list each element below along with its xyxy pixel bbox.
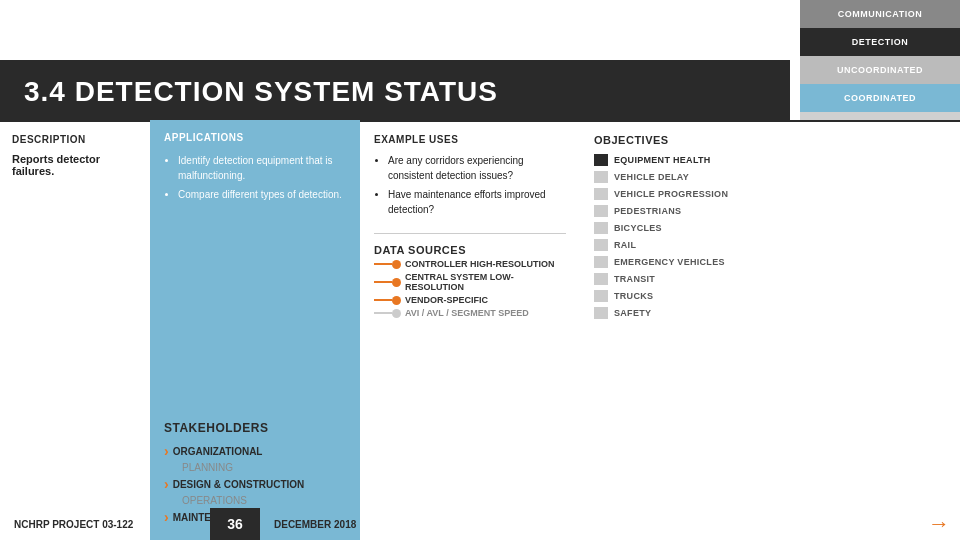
- obj-bar: [594, 290, 608, 302]
- footer-nchrp: NCHRP PROJECT 03-122: [0, 519, 210, 530]
- ds-dot: [392, 278, 401, 287]
- list-item: Are any corridors experiencing consisten…: [388, 153, 566, 183]
- stakeholder-operations: OPERATIONS: [164, 495, 346, 506]
- stakeholder-label: ORGANIZATIONAL: [173, 446, 263, 457]
- obj-trucks: TRUCKS: [594, 290, 946, 302]
- obj-safety: SAFETY: [594, 307, 946, 319]
- stakeholder-label: DESIGN & CONSTRUCTION: [173, 479, 305, 490]
- legend-coordinated: COORDINATED: [800, 84, 960, 112]
- obj-transit: TRANSIT: [594, 273, 946, 285]
- example-header: EXAMPLE USES: [374, 134, 566, 145]
- ds-label: VENDOR-SPECIFIC: [405, 295, 488, 305]
- page-title: 3.4 DETECTION SYSTEM STATUS: [0, 60, 790, 124]
- ds-dot: [392, 260, 401, 269]
- main-content: DESCRIPTION Reports detector failures. A…: [0, 120, 960, 540]
- data-sources-header: DATA SOURCES: [374, 244, 566, 256]
- legend-uncoordinated: UNCOORDINATED: [800, 56, 960, 84]
- footer-date: DECEMBER 2018: [260, 519, 356, 530]
- data-sources-section: DATA SOURCES CONTROLLER HIGH-RESOLUTION …: [374, 233, 566, 318]
- obj-bar: [594, 222, 608, 234]
- objectives-header: OBJECTIVES: [594, 134, 946, 146]
- ds-connector: [374, 296, 401, 305]
- ds-connector: [374, 260, 401, 269]
- obj-bicycles: BICYCLES: [594, 222, 946, 234]
- obj-label: PEDESTRIANS: [614, 206, 681, 216]
- ds-controller: CONTROLLER HIGH-RESOLUTION: [374, 259, 566, 269]
- obj-label: EMERGENCY VEHICLES: [614, 257, 725, 267]
- description-text: Reports detector failures.: [12, 153, 138, 177]
- obj-rail: RAIL: [594, 239, 946, 251]
- obj-label: VEHICLE PROGRESSION: [614, 189, 728, 199]
- description-column: DESCRIPTION Reports detector failures.: [0, 120, 150, 540]
- ds-line: [374, 299, 392, 301]
- ds-line: [374, 312, 392, 314]
- footer: NCHRP PROJECT 03-122 36 DECEMBER 2018 →: [0, 508, 960, 540]
- ds-connector: [374, 278, 401, 287]
- arrow-icon: ›: [164, 476, 169, 492]
- applications-list: Identify detection equipment that is mal…: [164, 153, 346, 421]
- stakeholders-header: STAKEHOLDERS: [164, 421, 346, 435]
- obj-bar: [594, 205, 608, 217]
- arrow-icon: ›: [164, 443, 169, 459]
- obj-vehicle-progression: VEHICLE PROGRESSION: [594, 188, 946, 200]
- stakeholder-planning: PLANNING: [164, 462, 346, 473]
- legend-detection: DETECTION: [800, 28, 960, 56]
- obj-emergency: EMERGENCY VEHICLES: [594, 256, 946, 268]
- example-column: EXAMPLE USES Are any corridors experienc…: [360, 120, 580, 540]
- list-item: Have maintenance efforts improved detect…: [388, 187, 566, 217]
- ds-label: AVI / AVL / SEGMENT SPEED: [405, 308, 529, 318]
- ds-connector: [374, 309, 401, 318]
- ds-label: CONTROLLER HIGH-RESOLUTION: [405, 259, 555, 269]
- obj-bar: [594, 273, 608, 285]
- ds-dot: [392, 309, 401, 318]
- stakeholder-label: PLANNING: [182, 462, 233, 473]
- example-list: Are any corridors experiencing consisten…: [374, 153, 566, 217]
- list-item: Compare different types of detection.: [178, 187, 346, 202]
- applications-header: APPLICATIONS: [164, 132, 346, 143]
- stakeholder-design: › DESIGN & CONSTRUCTION: [164, 476, 346, 492]
- objectives-column: OBJECTIVES EQUIPMENT HEALTH VEHICLE DELA…: [580, 120, 960, 540]
- obj-bar: [594, 256, 608, 268]
- ds-vendor: VENDOR-SPECIFIC: [374, 295, 566, 305]
- stakeholder-label: OPERATIONS: [182, 495, 247, 506]
- obj-label: RAIL: [614, 240, 636, 250]
- obj-label: TRANSIT: [614, 274, 655, 284]
- ds-dot: [392, 296, 401, 305]
- applications-column: APPLICATIONS Identify detection equipmen…: [150, 120, 360, 540]
- ds-avi: AVI / AVL / SEGMENT SPEED: [374, 308, 566, 318]
- description-header: DESCRIPTION: [12, 134, 138, 145]
- ds-line: [374, 281, 392, 283]
- ds-line: [374, 263, 392, 265]
- obj-bar: [594, 154, 608, 166]
- obj-label: TRUCKS: [614, 291, 653, 301]
- stakeholder-organizational: › ORGANIZATIONAL: [164, 443, 346, 459]
- legend-panel: COMMUNICATION DETECTION UNCOORDINATED CO…: [800, 0, 960, 140]
- obj-vehicle-delay: VEHICLE DELAY: [594, 171, 946, 183]
- obj-pedestrians: PEDESTRIANS: [594, 205, 946, 217]
- legend-communication: COMMUNICATION: [800, 0, 960, 28]
- obj-label: VEHICLE DELAY: [614, 172, 689, 182]
- obj-label: SAFETY: [614, 308, 651, 318]
- ds-label: CENTRAL SYSTEM LOW-RESOLUTION: [405, 272, 566, 292]
- obj-bar: [594, 171, 608, 183]
- obj-bar: [594, 307, 608, 319]
- obj-bar: [594, 188, 608, 200]
- next-arrow-icon[interactable]: →: [928, 511, 950, 537]
- obj-label: EQUIPMENT HEALTH: [614, 155, 711, 165]
- obj-label: BICYCLES: [614, 223, 662, 233]
- obj-bar: [594, 239, 608, 251]
- ds-central: CENTRAL SYSTEM LOW-RESOLUTION: [374, 272, 566, 292]
- footer-page-number: 36: [210, 508, 260, 540]
- obj-equipment-health: EQUIPMENT HEALTH: [594, 154, 946, 166]
- list-item: Identify detection equipment that is mal…: [178, 153, 346, 183]
